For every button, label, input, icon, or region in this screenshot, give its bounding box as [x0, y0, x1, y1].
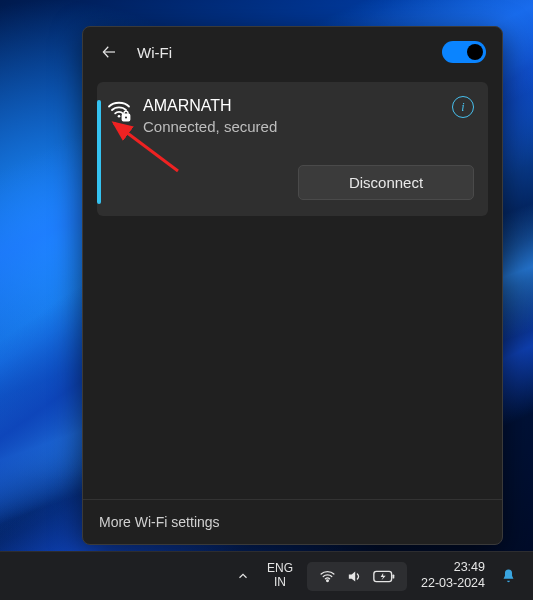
lang-code: ENG	[267, 562, 293, 576]
wifi-toggle[interactable]	[442, 41, 486, 63]
network-info-button[interactable]: i	[452, 96, 474, 118]
svg-point-3	[125, 117, 127, 119]
battery-icon	[373, 569, 395, 584]
clock-time: 23:49	[454, 560, 485, 576]
volume-icon	[346, 568, 363, 585]
notifications-button[interactable]	[493, 561, 523, 591]
language-switcher[interactable]: ENG IN	[259, 562, 301, 590]
network-card[interactable]: AMARNATH Connected, secured i Disconnect	[97, 82, 488, 216]
panel-title: Wi-Fi	[137, 44, 428, 61]
network-name: AMARNATH	[143, 96, 440, 117]
more-wifi-settings-link[interactable]: More Wi-Fi settings	[83, 499, 502, 544]
panel-header: Wi-Fi	[83, 27, 502, 76]
taskbar: ENG IN 23:49 22-03-2024	[0, 551, 533, 600]
back-button[interactable]	[95, 38, 123, 66]
tray-overflow-button[interactable]	[227, 560, 259, 592]
bell-icon	[500, 568, 517, 585]
lang-region: IN	[274, 576, 286, 590]
selection-accent	[97, 100, 101, 204]
wifi-icon	[319, 568, 336, 585]
svg-rect-7	[393, 574, 395, 578]
svg-point-1	[118, 115, 121, 118]
svg-point-5	[327, 579, 329, 581]
chevron-up-icon	[236, 569, 250, 583]
clock-date[interactable]: 23:49 22-03-2024	[413, 560, 493, 591]
back-arrow-icon	[100, 43, 118, 61]
disconnect-button[interactable]: Disconnect	[298, 165, 474, 200]
clock-date-text: 22-03-2024	[421, 576, 485, 592]
wifi-flyout-panel: Wi-Fi AMARNATH Connected, secured	[82, 26, 503, 545]
wifi-secured-icon	[107, 98, 131, 122]
network-status: Connected, secured	[143, 117, 440, 137]
system-tray-group[interactable]	[307, 562, 407, 591]
